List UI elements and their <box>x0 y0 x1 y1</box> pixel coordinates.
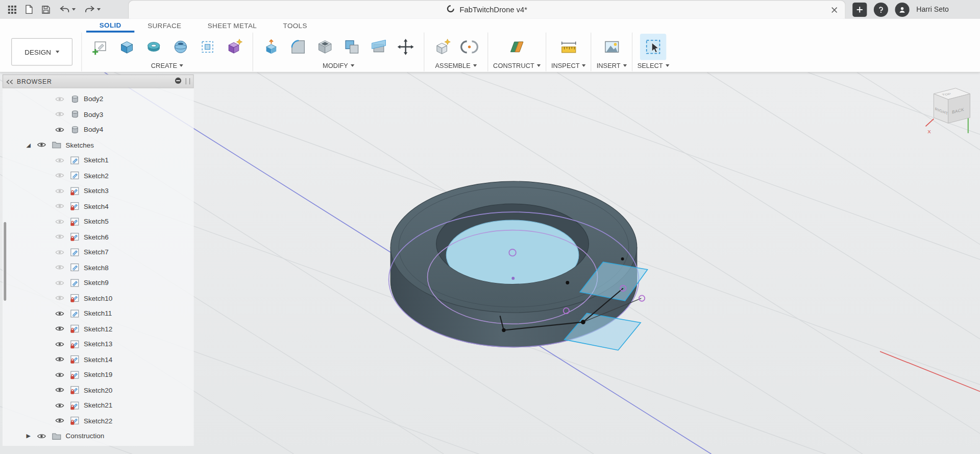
browser-item-sketch1[interactable]: Sketch1 <box>3 153 194 168</box>
tab-tools[interactable]: TOOLS <box>270 19 321 33</box>
expander-expanded-icon[interactable]: ◢ <box>24 142 33 148</box>
save-icon[interactable] <box>41 5 51 14</box>
browser-item-sketch13[interactable]: Sketch13 <box>3 337 194 352</box>
file-icon[interactable] <box>25 5 33 15</box>
visibility-eye-icon[interactable] <box>51 310 67 317</box>
measure-button[interactable] <box>555 34 581 60</box>
browser-header[interactable]: BROWSER <box>3 75 194 88</box>
visibility-eye-icon[interactable] <box>51 325 67 332</box>
expander-collapsed-icon[interactable]: ▶ <box>24 433 33 439</box>
new-component-button[interactable] <box>429 34 455 60</box>
browser-item-sketches[interactable]: ◢Sketches <box>3 137 194 153</box>
collapse-panel-icon[interactable] <box>6 76 13 87</box>
fillet-button[interactable] <box>285 34 311 60</box>
browser-item-sketch10[interactable]: Sketch10 <box>3 291 194 306</box>
panel-resize-handle[interactable] <box>186 78 190 84</box>
visibility-eye-icon[interactable] <box>51 111 67 117</box>
browser-item-body3[interactable]: Body3 <box>3 107 194 122</box>
tree-indent <box>3 145 24 145</box>
select-dropdown[interactable]: SELECT <box>638 61 669 70</box>
browser-item-sketch7[interactable]: Sketch7 <box>3 245 194 260</box>
create-form-button[interactable] <box>221 34 247 60</box>
visibility-eye-icon[interactable] <box>51 218 67 225</box>
browser-item-sketch14[interactable]: Sketch14 <box>3 352 194 367</box>
browser-item-sketch22[interactable]: Sketch22 <box>3 413 194 428</box>
visibility-eye-icon[interactable] <box>51 233 67 240</box>
toolbar-group-construct: CONSTRUCT <box>488 33 546 71</box>
browser-item-sketch20[interactable]: Sketch20 <box>3 383 194 398</box>
modify-dropdown[interactable]: MODIFY <box>323 61 354 70</box>
tab-surface[interactable]: SURFACE <box>134 19 194 33</box>
document-tab[interactable]: FabTwitchDrone v4* <box>128 0 846 19</box>
undo-dropdown-caret[interactable] <box>72 8 76 11</box>
construction-plane-button[interactable] <box>504 34 530 60</box>
create-dropdown[interactable]: CREATE <box>151 61 183 70</box>
visibility-eye-icon[interactable] <box>51 341 67 347</box>
minus-circle-icon[interactable] <box>175 76 182 87</box>
extrude-button[interactable] <box>114 34 140 60</box>
pattern-button[interactable] <box>194 34 220 60</box>
visibility-eye-icon[interactable] <box>51 417 67 424</box>
browser-scrollbar[interactable] <box>4 222 6 301</box>
shell-button[interactable] <box>312 34 338 60</box>
insert-dropdown[interactable]: INSERT <box>597 61 627 70</box>
visibility-eye-icon[interactable] <box>51 95 67 102</box>
view-cube[interactable]: TOP RIGHT BACK X <box>925 88 970 134</box>
new-tab-button[interactable] <box>852 2 867 16</box>
help-icon[interactable] <box>874 2 888 16</box>
press-pull-button[interactable] <box>258 34 284 60</box>
tree-indent <box>3 405 52 405</box>
move-button[interactable] <box>393 34 419 60</box>
assemble-dropdown[interactable]: ASSEMBLE <box>435 61 477 70</box>
combine-button[interactable] <box>339 34 365 60</box>
browser-item-sketch4[interactable]: Sketch4 <box>3 199 194 214</box>
select-button[interactable] <box>640 34 666 60</box>
sphere-button[interactable] <box>167 34 193 60</box>
avatar-icon[interactable] <box>895 2 910 16</box>
visibility-eye-icon[interactable] <box>51 371 67 378</box>
insert-image-button[interactable] <box>599 34 625 60</box>
design-menu-button[interactable]: DESIGN <box>11 38 72 66</box>
browser-item-sketch11[interactable]: Sketch11 <box>3 306 194 321</box>
revolve-button[interactable] <box>141 34 167 60</box>
undo-icon[interactable] <box>59 5 76 14</box>
visibility-eye-icon[interactable] <box>33 141 50 148</box>
close-tab-icon[interactable] <box>829 5 840 15</box>
browser-item-sketch8[interactable]: Sketch8 <box>3 260 194 275</box>
visibility-eye-icon[interactable] <box>51 402 67 409</box>
visibility-eye-icon[interactable] <box>51 264 67 271</box>
construct-dropdown[interactable]: CONSTRUCT <box>493 61 541 70</box>
visibility-eye-icon[interactable] <box>51 249 67 255</box>
redo-icon[interactable] <box>84 5 101 14</box>
visibility-eye-icon[interactable] <box>51 172 67 179</box>
browser-item-sketch21[interactable]: Sketch21 <box>3 398 194 413</box>
visibility-eye-icon[interactable] <box>51 295 67 301</box>
browser-item-sketch3[interactable]: Sketch3 <box>3 183 194 199</box>
browser-item-sketch19[interactable]: Sketch19 <box>3 367 194 383</box>
joint-button[interactable] <box>456 34 482 60</box>
tab-solid[interactable]: SOLID <box>86 19 134 33</box>
browser-item-body4[interactable]: Body4 <box>3 122 194 137</box>
visibility-eye-icon[interactable] <box>51 387 67 393</box>
redo-dropdown-caret[interactable] <box>97 8 101 11</box>
browser-item-sketch2[interactable]: Sketch2 <box>3 168 194 183</box>
visibility-eye-icon[interactable] <box>51 157 67 163</box>
inspect-dropdown[interactable]: INSPECT <box>551 61 586 70</box>
browser-item-sketch6[interactable]: Sketch6 <box>3 229 194 245</box>
visibility-eye-icon[interactable] <box>51 187 67 194</box>
create-sketch-button[interactable] <box>87 34 113 60</box>
browser-item-body2[interactable]: Body2 <box>3 91 194 107</box>
visibility-eye-icon[interactable] <box>51 356 67 363</box>
visibility-eye-icon[interactable] <box>51 203 67 209</box>
split-body-button[interactable] <box>365 34 391 60</box>
browser-item-sketch9[interactable]: Sketch9 <box>3 275 194 291</box>
visibility-eye-icon[interactable] <box>51 126 67 133</box>
tab-sheet-metal[interactable]: SHEET METAL <box>194 19 270 33</box>
browser-item-sketch12[interactable]: Sketch12 <box>3 321 194 337</box>
browser-item-construction[interactable]: ▶Construction <box>3 428 194 444</box>
user-name[interactable]: Harri Seto <box>916 6 948 13</box>
visibility-eye-icon[interactable] <box>33 433 50 439</box>
app-grid-icon[interactable] <box>8 5 17 14</box>
visibility-eye-icon[interactable] <box>51 279 67 286</box>
browser-item-sketch5[interactable]: Sketch5 <box>3 214 194 229</box>
